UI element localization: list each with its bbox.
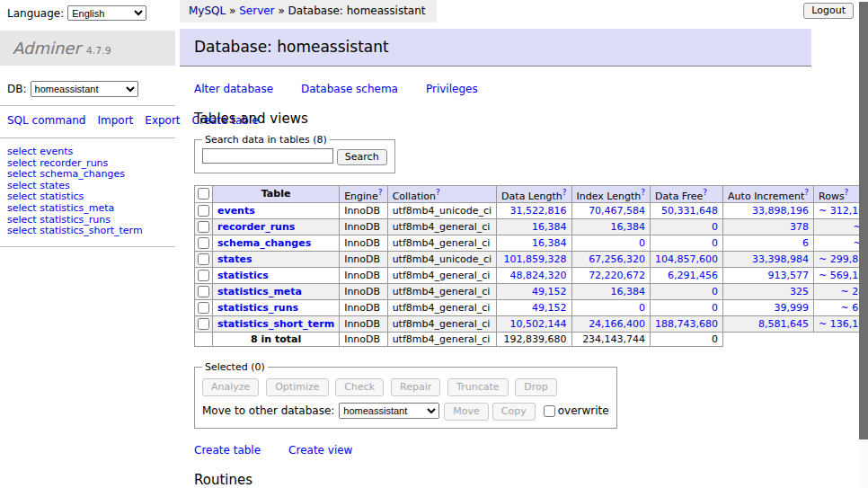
analyze-button[interactable]: Analyze [202, 378, 259, 396]
data-length-help-link[interactable]: ? [562, 188, 567, 197]
logout-button[interactable]: Logout [803, 3, 854, 19]
row-checkbox[interactable] [198, 221, 209, 233]
table-name-link[interactable]: recorder_runs [217, 221, 295, 233]
move-button[interactable]: Move [444, 403, 489, 421]
select-link[interactable]: select [7, 191, 37, 202]
rows-help-link[interactable]: ? [845, 188, 849, 197]
auto-increment-cell-link[interactable]: 33,398,984 [752, 253, 809, 265]
row-checkbox[interactable] [198, 270, 209, 281]
sidebar-table-link[interactable]: statistics_runs [40, 214, 111, 226]
privileges-link[interactable]: Privileges [426, 83, 478, 95]
sidebar-table-link[interactable]: events [40, 146, 73, 157]
search-button[interactable]: Search [337, 149, 387, 165]
table-name-link[interactable]: events [217, 205, 255, 217]
index-length-cell-link[interactable]: 16,384 [611, 286, 646, 297]
divider [0, 138, 175, 138]
auto-increment-cell-link[interactable]: 8,581,645 [758, 318, 809, 330]
data-length-cell-link[interactable]: 101,859,328 [504, 253, 567, 265]
data-length-cell-link[interactable]: 49,152 [532, 286, 567, 297]
breadcrumb-server-link[interactable]: Server [239, 4, 274, 17]
table-name-link[interactable]: statistics_short_term [217, 318, 334, 330]
collation-help-link[interactable]: ? [436, 188, 440, 197]
auto-increment-help-link[interactable]: ? [804, 188, 809, 197]
sidebar-table-link[interactable]: states [40, 180, 70, 191]
truncate-button[interactable]: Truncate [447, 378, 508, 396]
table-name-link[interactable]: statistics_meta [217, 286, 302, 297]
data-free-cell-link[interactable]: 0 [712, 286, 718, 297]
data-length-cell-link[interactable]: 49,152 [532, 302, 567, 314]
auto-increment-cell-link[interactable]: 33,898,196 [752, 205, 809, 217]
select-link[interactable]: select [7, 180, 37, 191]
engine-help-link[interactable]: ? [378, 188, 383, 197]
auto-increment-cell-link[interactable]: 378 [790, 221, 809, 233]
table-name-link[interactable]: schema_changes [217, 237, 311, 249]
db-select[interactable]: homeassistant [31, 81, 138, 97]
auto-increment-cell-link[interactable]: 39,999 [775, 302, 810, 314]
data-length-cell-link[interactable]: 48,824,320 [510, 270, 567, 281]
data-free-cell-link[interactable]: 0 [712, 302, 718, 314]
row-checkbox[interactable] [198, 302, 209, 314]
select-link[interactable]: select [7, 157, 37, 169]
data-free-cell-link[interactable]: 50,331,648 [661, 205, 718, 217]
select-link[interactable]: select [7, 225, 37, 236]
sidebar-table-link[interactable]: recorder_runs [40, 157, 108, 169]
scrollbar-thumb[interactable] [859, 2, 868, 439]
index-length-cell-link[interactable]: 0 [639, 237, 645, 249]
index-length-cell-link[interactable]: 67,256,320 [589, 253, 645, 265]
select-link[interactable]: select [7, 146, 37, 157]
index-length-cell-link[interactable]: 24,166,400 [589, 318, 645, 330]
search-input[interactable] [202, 148, 333, 164]
select-link[interactable]: select [7, 214, 37, 226]
sidebar-table-link[interactable]: statistics_meta [40, 202, 114, 214]
index-length-help-link[interactable]: ? [641, 188, 645, 197]
data-free-cell-link[interactable]: 0 [712, 237, 718, 249]
select-all-checkbox[interactable] [198, 188, 209, 200]
data-free-cell-link[interactable]: 104,857,600 [655, 253, 718, 265]
import-link[interactable]: Import [97, 114, 133, 127]
index-length-cell-link[interactable]: 0 [639, 302, 645, 314]
table-name-link[interactable]: statistics_runs [217, 302, 298, 314]
data-length-cell-link[interactable]: 16,384 [532, 237, 567, 249]
sidebar-table-link[interactable]: schema_changes [40, 168, 125, 180]
data-free-cell-link[interactable]: 188,743,680 [655, 318, 718, 330]
breadcrumb-mysql-link[interactable]: MySQL [189, 4, 226, 17]
alter-database-link[interactable]: Alter database [194, 83, 273, 95]
sidebar-table-link[interactable]: statistics_short_term [40, 225, 142, 236]
check-button[interactable]: Check [335, 378, 384, 396]
auto-increment-cell-link[interactable]: 6 [802, 237, 809, 249]
index-length-cell-link[interactable]: 72,220,672 [589, 270, 645, 281]
copy-button[interactable]: Copy [492, 403, 536, 421]
overwrite-checkbox[interactable] [544, 405, 555, 417]
repair-button[interactable]: Repair [391, 378, 440, 396]
auto-increment-cell-link[interactable]: 913,577 [768, 270, 810, 281]
data-free-help-link[interactable]: ? [703, 188, 707, 197]
create-view-link[interactable]: Create view [288, 444, 352, 457]
index-length-cell-link[interactable]: 70,467,584 [589, 205, 645, 217]
row-checkbox[interactable] [198, 205, 209, 217]
row-checkbox[interactable] [198, 318, 209, 330]
overwrite-label-wrap[interactable]: overwrite [544, 404, 609, 417]
data-free-cell-link[interactable]: 6,291,456 [668, 270, 718, 281]
index-length-cell-link[interactable]: 16,384 [611, 221, 646, 233]
select-link[interactable]: select [7, 202, 37, 214]
create-table-link-main[interactable]: Create table [194, 444, 261, 457]
select-link[interactable]: select [7, 168, 37, 180]
language-select[interactable]: English [67, 5, 146, 21]
data-free-cell-link[interactable]: 0 [712, 221, 718, 233]
drop-button[interactable]: Drop [515, 378, 556, 396]
table-name-link[interactable]: states [217, 253, 252, 265]
optimize-button[interactable]: Optimize [266, 378, 328, 396]
data-length-cell-link[interactable]: 31,522,816 [510, 205, 567, 217]
row-checkbox[interactable] [198, 237, 209, 249]
sql-command-link[interactable]: SQL command [7, 114, 85, 127]
data-length-cell-link[interactable]: 10,502,144 [510, 318, 567, 330]
data-length-cell-link[interactable]: 16,384 [532, 221, 567, 233]
row-checkbox[interactable] [198, 253, 209, 265]
table-name-link[interactable]: statistics [217, 270, 269, 281]
row-checkbox[interactable] [198, 286, 209, 297]
move-db-select[interactable]: homeassistant [339, 403, 439, 419]
sidebar-table-link[interactable]: statistics [40, 191, 84, 202]
export-link[interactable]: Export [145, 114, 180, 127]
auto-increment-cell-link[interactable]: 325 [790, 286, 809, 297]
database-schema-link[interactable]: Database schema [301, 83, 398, 95]
